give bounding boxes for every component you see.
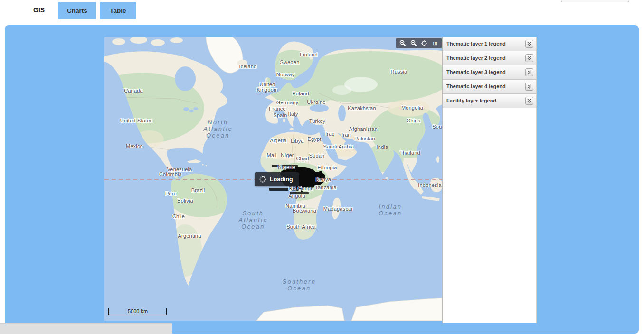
chevron-down-icon[interactable] bbox=[525, 40, 533, 48]
loading-label: Loading bbox=[270, 176, 293, 183]
gis-panel: CanadaUnited StatesMexicoIcelandNorwaySw… bbox=[5, 25, 639, 334]
chevron-down-icon[interactable] bbox=[525, 68, 533, 76]
spinner-icon bbox=[259, 176, 266, 183]
legend-header-label: Thematic layer 2 legend bbox=[446, 55, 506, 61]
horizontal-scrollbar[interactable] bbox=[0, 323, 172, 334]
scale-label: 5000 km bbox=[128, 308, 148, 314]
top-right-input[interactable] bbox=[561, 0, 629, 2]
zoom-out-icon[interactable] bbox=[409, 39, 418, 47]
legend-header-facility[interactable]: Facility layer legend bbox=[443, 94, 536, 108]
gis-app: GIS Charts Table bbox=[0, 0, 644, 334]
zoom-in-icon[interactable] bbox=[398, 39, 407, 47]
legend-header-thematic-4[interactable]: Thematic layer 4 legend bbox=[443, 80, 536, 94]
legend-header-label: Facility layer legend bbox=[446, 98, 496, 103]
svg-text:m: m bbox=[433, 40, 437, 46]
tab-charts[interactable]: Charts bbox=[58, 2, 96, 19]
world-map[interactable]: CanadaUnited StatesMexicoIcelandNorwaySw… bbox=[104, 37, 442, 321]
locate-icon[interactable] bbox=[420, 39, 428, 47]
top-bar: GIS Charts Table bbox=[0, 0, 644, 25]
tab-gis[interactable]: GIS bbox=[33, 6, 45, 14]
measure-icon[interactable]: m bbox=[431, 39, 439, 47]
legend-header-thematic-1[interactable]: Thematic layer 1 legend bbox=[443, 37, 536, 51]
chevron-down-icon[interactable] bbox=[525, 97, 533, 105]
map-controls: m bbox=[396, 38, 442, 48]
chevron-down-icon[interactable] bbox=[525, 54, 533, 62]
chevron-down-icon[interactable] bbox=[525, 83, 533, 91]
legend-panel: Thematic layer 1 legend Thematic layer 2… bbox=[442, 37, 537, 323]
legend-header-label: Thematic layer 3 legend bbox=[446, 69, 506, 75]
tab-table[interactable]: Table bbox=[100, 2, 136, 19]
loading-indicator: Loading bbox=[255, 172, 299, 186]
legend-header-label: Thematic layer 1 legend bbox=[446, 41, 506, 46]
legend-header-label: Thematic layer 4 legend bbox=[446, 84, 506, 89]
legend-header-thematic-2[interactable]: Thematic layer 2 legend bbox=[443, 51, 536, 65]
scale-bar: 5000 km bbox=[108, 308, 167, 315]
legend-header-thematic-3[interactable]: Thematic layer 3 legend bbox=[443, 65, 536, 80]
